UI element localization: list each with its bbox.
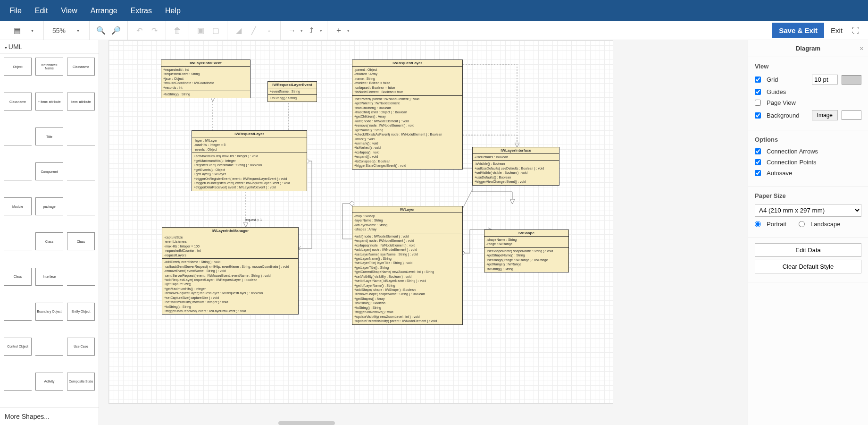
autosave-checkbox[interactable]	[755, 170, 761, 176]
menu-file[interactable]: File	[9, 7, 22, 15]
workspace: UML Object«interface» NameClassnameClass…	[0, 40, 868, 425]
zoom-out-icon[interactable]: 🔎	[109, 24, 123, 37]
palette-shape[interactable]	[4, 232, 32, 250]
horizontal-scrollbar[interactable]	[278, 421, 335, 425]
uml-class-iwlayerinfomanager[interactable]: IWLayerInfoManager-captureSize-eventList…	[162, 227, 299, 314]
view-section-title: View	[755, 63, 861, 70]
redo-icon[interactable]: ↷	[148, 24, 161, 37]
clear-default-style-button[interactable]: Clear Default Style	[755, 260, 861, 273]
menubar: File Edit View Arrange Extras Help	[0, 0, 868, 21]
palette-shape[interactable]: Class	[35, 232, 63, 250]
toolbar: ▤ ▾ 55% ▾ 🔍 🔎 ↶ ↷ 🗑 ▣ ▢ ◢ ╱ ▫ →▾ ⤴▾ ＋▾ S…	[0, 21, 868, 40]
conn-points-checkbox[interactable]	[755, 159, 761, 165]
format-panel: Diagram × View Grid Guides Page View Bac…	[748, 40, 868, 425]
format-panel-title: Diagram ×	[748, 40, 868, 57]
sidebar: UML Object«interface» NameClassnameClass…	[0, 40, 99, 425]
shape-palette: Object«interface» NameClassnameClassname…	[0, 54, 99, 408]
grid-checkbox[interactable]	[755, 76, 761, 83]
palette-shape[interactable]: Boundary Object	[35, 303, 63, 321]
assoc-label: request ◇ 1	[245, 218, 262, 222]
palette-shape[interactable]: + item: attribute	[35, 93, 63, 110]
palette-shape[interactable]	[67, 197, 95, 215]
connection-icon[interactable]: →	[285, 24, 299, 37]
to-front-icon[interactable]: ▣	[194, 24, 207, 37]
background-checkbox[interactable]	[755, 112, 761, 119]
palette-shape[interactable]: Class	[4, 268, 32, 286]
zoom-level[interactable]: 55%	[49, 27, 69, 34]
uml-class-iwlayer[interactable]: IWLayer-map : IWMap-layerName : String-i…	[352, 206, 463, 325]
guides-checkbox[interactable]	[755, 89, 761, 95]
palette-shape[interactable]: Module	[4, 197, 32, 215]
paper-size-title: Paper Size	[755, 192, 861, 199]
uml-class-iwrequestlayer_big[interactable]: IWRequestLayer-parent : Object-children …	[352, 60, 463, 170]
canvas[interactable]: request ◇ 1 IWLayerInfoEvent+requestedid…	[108, 40, 613, 404]
menu-extras[interactable]: Extras	[131, 7, 152, 15]
palette-shape[interactable]	[35, 338, 63, 356]
uml-class-iwshape[interactable]: IWShape-shapeName : String-range : IWRan…	[484, 230, 569, 272]
palette-shape[interactable]	[67, 268, 95, 286]
waypoint-icon[interactable]: ⤴	[305, 24, 318, 37]
save-exit-button[interactable]: Save & Exit	[772, 23, 824, 38]
insert-icon[interactable]: ＋	[332, 24, 345, 37]
palette-shape[interactable]: package	[35, 197, 63, 215]
palette-shape[interactable]: Classname	[67, 58, 95, 76]
palette-shape[interactable]	[67, 128, 95, 145]
palette-shape[interactable]: Composite State	[67, 373, 95, 391]
palette-shape[interactable]	[4, 303, 32, 321]
palette-shape[interactable]	[4, 162, 32, 180]
canvas-area[interactable]: request ◇ 1 IWLayerInfoEvent+requestedid…	[99, 40, 748, 425]
menu-view[interactable]: View	[61, 7, 77, 15]
landscape-radio[interactable]	[799, 221, 805, 227]
palette-shape[interactable]: item: attribute	[67, 93, 95, 110]
more-shapes-button[interactable]: More Shapes...	[0, 408, 99, 425]
uml-class-iwlayerinfoevent[interactable]: IWLayerInfoEvent+requestedid : int+reque…	[161, 60, 250, 98]
edit-data-button[interactable]: Edit Data	[755, 243, 861, 257]
menu-edit[interactable]: Edit	[35, 7, 48, 15]
delete-icon[interactable]: 🗑	[171, 24, 184, 37]
background-image-button[interactable]: Image	[812, 110, 838, 120]
palette-shape[interactable]	[67, 162, 95, 180]
palette-shape[interactable]: Object	[4, 58, 32, 76]
palette-shape[interactable]: Activity	[35, 373, 63, 391]
portrait-radio[interactable]	[755, 221, 761, 227]
chevron-down-icon[interactable]: ▾	[25, 24, 39, 37]
menu-arrange[interactable]: Arrange	[91, 7, 117, 15]
close-icon[interactable]: ×	[860, 45, 863, 52]
fullscreen-icon[interactable]: ⛶	[849, 24, 862, 37]
background-color-swatch[interactable]	[842, 110, 861, 120]
palette-shape[interactable]	[4, 128, 32, 145]
palette-shape[interactable]	[4, 373, 32, 391]
line-color-icon[interactable]: ╱	[247, 24, 260, 37]
palette-shape[interactable]: Use Case	[67, 338, 95, 356]
palette-shape[interactable]: Control Object	[4, 338, 32, 356]
pageview-checkbox[interactable]	[755, 100, 761, 106]
conn-arrows-checkbox[interactable]	[755, 148, 761, 154]
palette-shape[interactable]: Entity Object	[67, 303, 95, 321]
shadow-icon[interactable]: ▫	[262, 24, 275, 37]
sidebar-section-uml[interactable]: UML	[0, 40, 99, 54]
chevron-down-icon[interactable]: ▾	[71, 24, 84, 37]
uml-class-iwrequestlayer_small[interactable]: IWRequestLayer-layer : IWLayer-maxHits :…	[192, 130, 307, 191]
palette-shape[interactable]: Classname	[4, 93, 32, 110]
palette-shape[interactable]: Component	[35, 162, 63, 180]
palette-shape[interactable]: Interface	[35, 268, 63, 286]
zoom-in-icon[interactable]: 🔍	[94, 24, 108, 37]
format-panel-icon[interactable]: ▤	[10, 24, 24, 37]
uml-class-iwrequestlayerevent[interactable]: IWRequestLayerEvent+eventName : String+t…	[267, 81, 317, 102]
options-section-title: Options	[755, 136, 861, 143]
undo-icon[interactable]: ↶	[133, 24, 146, 37]
palette-shape[interactable]: «interface» Name	[35, 58, 63, 76]
paper-size-select[interactable]: A4 (210 mm x 297 mm)	[755, 204, 861, 217]
uml-class-iwlayerinterface[interactable]: IWLayerInterface-useDefaults : Boolean-i…	[472, 147, 559, 186]
fill-color-icon[interactable]: ◢	[232, 24, 245, 37]
exit-button[interactable]: Exit	[824, 26, 849, 34]
grid-color-swatch[interactable]	[842, 75, 861, 85]
to-back-icon[interactable]: ▢	[209, 24, 222, 37]
grid-size-input[interactable]	[812, 75, 838, 85]
menu-help[interactable]: Help	[165, 7, 181, 15]
palette-shape[interactable]: Class	[67, 232, 95, 250]
palette-shape[interactable]: Title	[35, 128, 63, 145]
